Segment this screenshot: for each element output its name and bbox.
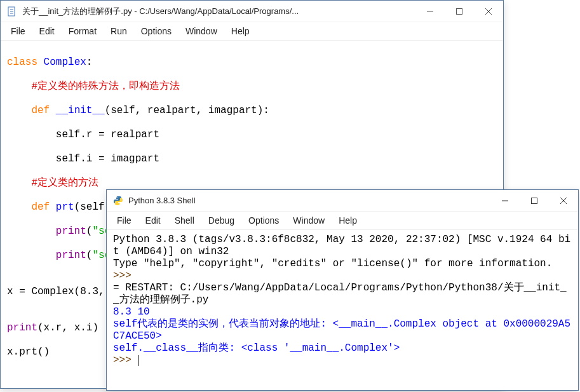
menu-shell[interactable]: Shell <box>168 213 201 227</box>
def-name: prt <box>50 201 74 213</box>
code-text: (self, realpart, imagpart): <box>105 105 269 116</box>
menu-help[interactable]: Help <box>332 213 363 227</box>
editor-window-controls <box>415 1 503 22</box>
menu-debug[interactable]: Debug <box>202 213 241 227</box>
code-text <box>7 250 56 261</box>
text-cursor <box>138 355 138 366</box>
editor-menubar: File Edit Format Run Options Window Help <box>1 22 503 41</box>
menu-window[interactable]: Window <box>287 213 331 227</box>
shell-output-area[interactable]: Python 3.8.3 (tags/v3.8.3:6f8c832, May 1… <box>107 230 578 370</box>
editor-title: 关于__init_方法的理解例子.py - C:/Users/Wang/AppD… <box>22 6 415 17</box>
code-text: ( <box>86 226 93 237</box>
menu-edit[interactable]: Edit <box>33 24 61 38</box>
svg-point-3 <box>119 203 120 205</box>
svg-rect-4 <box>532 198 537 203</box>
builtin-print: print <box>56 250 86 261</box>
maximize-button[interactable] <box>520 190 549 211</box>
shell-menubar: File Edit Shell Debug Options Window Hel… <box>107 212 578 230</box>
menu-format[interactable]: Format <box>62 24 103 38</box>
kw-def: def <box>7 201 50 213</box>
shell-prompt: >>> <box>113 355 137 366</box>
shell-titlebar: Python 3.8.3 Shell <box>107 190 578 212</box>
code-text <box>7 226 56 237</box>
code-text: (x.r, x.i) <box>37 322 98 334</box>
python-shell-icon <box>113 196 123 206</box>
menu-file[interactable]: File <box>4 24 32 38</box>
shell-output: self代表的是类的实例，代表当前对象的地址: <__main__.Comple… <box>113 318 570 342</box>
menu-options[interactable]: Options <box>242 213 285 227</box>
editor-titlebar: 关于__init_方法的理解例子.py - C:/Users/Wang/AppD… <box>1 1 503 22</box>
code-text: ( <box>86 250 93 261</box>
close-button[interactable] <box>474 1 503 22</box>
comment: #定义类的特殊方法，即构造方法 <box>7 81 180 92</box>
code-text: x.prt() <box>7 346 50 358</box>
class-name: Complex <box>37 57 86 68</box>
shell-restart: = RESTART: C:/Users/Wang/AppData/Local/P… <box>113 282 567 306</box>
shell-title: Python 3.8.3 Shell <box>128 196 490 205</box>
shell-prompt: >>> <box>113 270 137 281</box>
kw-def: def <box>7 105 50 116</box>
svg-rect-1 <box>457 8 462 14</box>
python-file-icon <box>7 6 17 17</box>
maximize-button[interactable] <box>445 1 474 22</box>
menu-run[interactable]: Run <box>104 24 133 38</box>
code-text: self.i = imagpart <box>7 153 159 165</box>
kw-class: class <box>7 57 37 68</box>
menu-options[interactable]: Options <box>135 24 178 38</box>
code-text: self.r = realpart <box>7 129 159 140</box>
comment: #定义类的方法 <box>7 177 98 189</box>
menu-edit[interactable]: Edit <box>139 213 167 227</box>
menu-help[interactable]: Help <box>225 24 256 38</box>
shell-output: self.__class__指向类: <class '__main__.Comp… <box>113 342 400 354</box>
shell-banner: Type "help", "copyright", "credits" or "… <box>113 258 552 269</box>
shell-window-controls <box>490 190 578 211</box>
close-button[interactable] <box>549 190 578 211</box>
menu-file[interactable]: File <box>111 213 138 227</box>
builtin-print: print <box>7 322 37 334</box>
shell-output: 8.3 10 <box>113 306 150 318</box>
svg-point-2 <box>116 197 118 198</box>
code-text: : <box>86 57 93 68</box>
minimize-button[interactable] <box>415 1 445 22</box>
shell-window: Python 3.8.3 Shell File Edit Shell Debug… <box>106 189 579 391</box>
menu-window[interactable]: Window <box>179 24 224 38</box>
builtin-print: print <box>56 226 86 237</box>
def-name: __init__ <box>50 105 104 116</box>
minimize-button[interactable] <box>490 190 520 211</box>
shell-banner: Python 3.8.3 (tags/v3.8.3:6f8c832, May 1… <box>113 234 570 257</box>
